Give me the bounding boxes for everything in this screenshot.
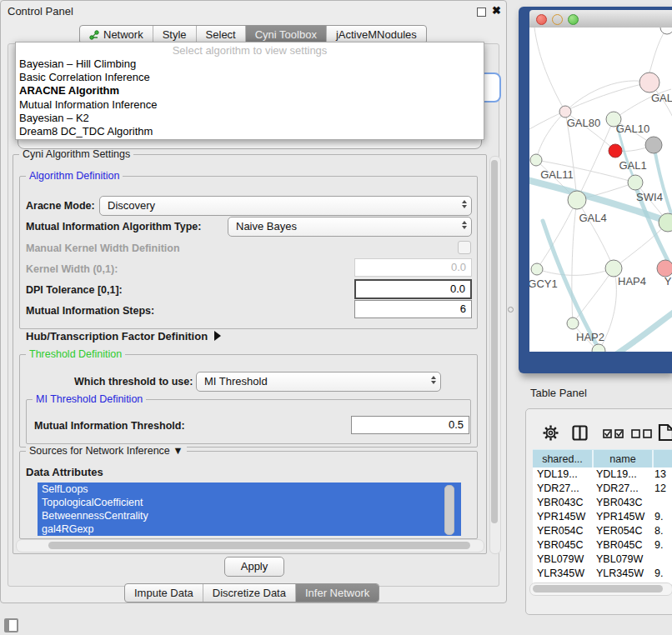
network-view-window[interactable]: GALGAL80GAL10GAL11GAL1SWI4GAL4GCY1HAP4YH… — [519, 7, 672, 373]
algorithm-option[interactable]: ARACNE Algorithm — [16, 84, 484, 98]
table-cell: YER054C — [533, 524, 592, 538]
zoom-traffic-light-icon[interactable] — [568, 14, 579, 25]
aracne-mode-value: Discovery — [108, 199, 155, 212]
tab-discretize-data[interactable]: Discretize Data — [203, 584, 295, 602]
tab-select[interactable]: Select — [196, 26, 245, 43]
stepper-icon — [431, 376, 436, 384]
kernel-width-input[interactable]: 0.0 — [354, 258, 472, 277]
algorithm-option[interactable]: Mutual Information Inference — [16, 98, 484, 112]
attribute-list-item[interactable]: SelfLoops — [38, 482, 461, 496]
which-threshold-combobox[interactable]: MI Threshold — [196, 372, 441, 392]
algorithm-option[interactable]: Bayesian – Hill Climbing — [16, 58, 484, 71]
restore-panel-icon[interactable] — [4, 618, 18, 632]
network-node-label: GAL1 — [619, 159, 646, 172]
export-table-icon[interactable] — [658, 423, 672, 442]
tab-impute-data[interactable]: Impute Data — [125, 584, 203, 602]
panel-divider-handle[interactable] — [508, 307, 514, 312]
network-icon — [89, 30, 100, 40]
settings-horizontal-scrollbar[interactable] — [16, 539, 484, 552]
table-row[interactable]: YBR043CYBR043C — [533, 496, 672, 510]
data-attributes-list[interactable]: SelfLoopsTopologicalCoefficientBetweenne… — [38, 482, 461, 536]
tab-cyni-toolbox[interactable]: Cyni Toolbox — [245, 26, 326, 43]
mi-threshold-group-title: MI Threshold Definition — [33, 393, 146, 405]
minimize-traffic-light-icon[interactable] — [552, 14, 563, 25]
network-node[interactable] — [645, 137, 662, 153]
settings-vertical-scrollbar[interactable] — [489, 156, 501, 554]
network-node[interactable] — [605, 260, 622, 277]
mi-type-combobox[interactable]: Naive Bayes — [228, 217, 472, 237]
attribute-list-item[interactable]: TopologicalCoefficient — [38, 496, 461, 509]
network-node[interactable] — [568, 191, 586, 209]
network-canvas[interactable]: GALGAL80GAL10GAL11GAL1SWI4GAL4GCY1HAP4YH… — [529, 28, 672, 352]
aracne-mode-combobox[interactable]: Discovery — [99, 196, 472, 216]
network-node[interactable] — [592, 344, 605, 352]
network-node[interactable] — [609, 144, 622, 158]
network-edge[interactable] — [649, 28, 667, 72]
attribute-list-item[interactable]: BetweennessCentrality — [38, 509, 461, 522]
column-header[interactable]: name — [594, 450, 654, 468]
table-cell: YBL079W — [533, 552, 592, 567]
algorithm-option[interactable]: Bayesian – K2 — [16, 112, 484, 125]
network-edge[interactable] — [537, 268, 614, 275]
table-row[interactable]: YBR045CYBR045C9. — [533, 538, 672, 552]
table-cell: YPR145W — [592, 510, 650, 524]
network-edge[interactable] — [577, 119, 614, 200]
mi-type-label: Mutual Information Algorithm Type: — [26, 221, 201, 232]
tab-infer-network[interactable]: Infer Network — [295, 584, 379, 602]
float-panel-icon[interactable] — [477, 8, 486, 17]
network-node-label: GAL11 — [540, 168, 574, 181]
algorithm-option[interactable]: Dream8 DC_TDC Algorithm — [16, 125, 484, 138]
network-node[interactable] — [660, 28, 672, 34]
deselect-all-checkboxes-icon[interactable] — [631, 429, 653, 438]
close-traffic-light-icon[interactable] — [536, 14, 547, 25]
mi-threshold-input[interactable]: 0.5 — [351, 416, 469, 434]
table-cell: YDL19... — [592, 468, 650, 482]
column-header[interactable]: shared... — [533, 450, 594, 468]
sources-group-title[interactable]: Sources for Network Inference ▼ — [26, 445, 187, 457]
network-edge[interactable] — [534, 28, 565, 112]
network-node[interactable] — [567, 318, 579, 329]
network-node[interactable] — [559, 106, 571, 118]
table-row[interactable]: YBL079WYBL079W — [533, 552, 672, 567]
network-node[interactable] — [530, 154, 542, 166]
apply-button[interactable]: Apply — [224, 557, 284, 577]
tab-label: jActiveMNodules — [336, 28, 417, 41]
network-node[interactable] — [628, 175, 643, 190]
table-row[interactable]: YDL19...YDL19...13 — [533, 468, 672, 482]
table-row[interactable]: YLR345WYLR345W9. — [533, 567, 672, 581]
network-node[interactable] — [657, 260, 672, 277]
table-row[interactable]: YPR145WYPR145W9. — [533, 510, 672, 524]
tab-jactivemnodules[interactable]: jActiveMNodules — [326, 26, 426, 43]
split-columns-icon[interactable] — [572, 425, 588, 441]
network-edge-highlighted[interactable] — [606, 304, 672, 352]
network-edge[interactable] — [577, 200, 614, 268]
dpi-tolerance-input[interactable]: 0.0 — [354, 279, 472, 299]
network-node-label: Y — [664, 275, 672, 288]
mi-type-value: Naive Bayes — [236, 220, 297, 232]
table-cell: YER054C — [592, 524, 650, 538]
table-horizontal-scrollbar[interactable] — [529, 582, 672, 596]
tab-label: Infer Network — [305, 587, 369, 599]
tab-network[interactable]: Network — [80, 26, 153, 43]
tab-style[interactable]: Style — [153, 26, 196, 43]
table-row[interactable]: YER054CYER054C8. — [533, 524, 672, 538]
algorithm-option[interactable]: Basic Correlation Inference — [16, 71, 484, 84]
attributes-list-scrollbar[interactable] — [444, 485, 454, 535]
mi-steps-input[interactable]: 6 — [354, 300, 472, 318]
network-node[interactable] — [639, 72, 659, 92]
stepper-icon — [462, 200, 467, 208]
network-graph: GALGAL80GAL10GAL11GAL1SWI4GAL4GCY1HAP4YH… — [529, 28, 672, 352]
table-row[interactable]: YDR27...YDR27...12 — [533, 482, 672, 496]
manual-kernel-checkbox[interactable] — [458, 241, 471, 254]
column-header[interactable]: A — [654, 450, 672, 468]
attribute-list-item[interactable]: gal4RGexp — [38, 522, 461, 536]
gear-icon[interactable] — [543, 425, 559, 441]
hub-section-toggle[interactable]: Hub/Transcription Factor Definition — [26, 330, 221, 342]
stepper-icon — [462, 221, 467, 229]
select-all-checkboxes-icon[interactable] — [603, 429, 624, 438]
network-node[interactable] — [531, 263, 543, 275]
close-icon[interactable]: ✖ — [492, 4, 501, 17]
network-edge[interactable] — [536, 112, 565, 160]
network-window-titlebar[interactable] — [529, 10, 672, 28]
dpi-tolerance-label: DPI Tolerance [0,1]: — [26, 284, 123, 296]
